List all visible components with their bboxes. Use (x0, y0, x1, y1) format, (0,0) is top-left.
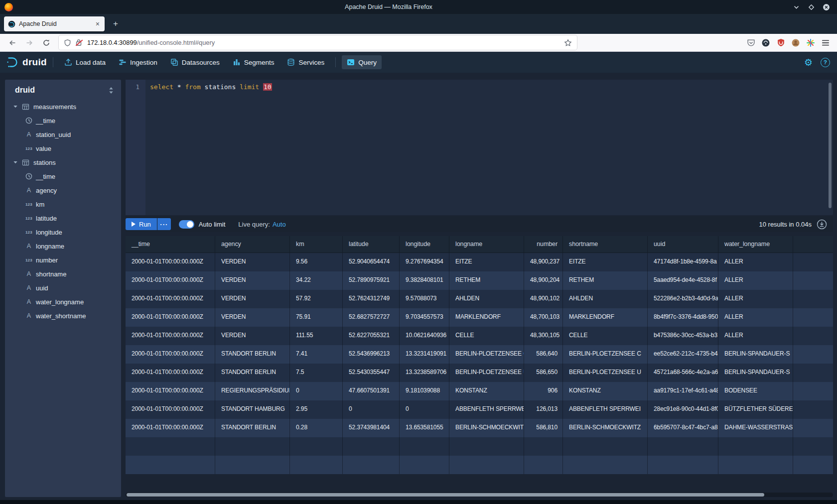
column-header-longname[interactable]: longname (449, 236, 524, 252)
table-cell[interactable]: 47174d8f-1b8e-4599-8a (648, 253, 718, 271)
table-cell[interactable]: 906 (524, 382, 563, 400)
container-extension-icon[interactable] (759, 36, 772, 49)
table-cell[interactable]: DAHME-WASSERSTRAS (718, 419, 793, 437)
nav-item-query[interactable]: Query (342, 55, 382, 69)
column-header-km[interactable]: km (290, 236, 343, 252)
live-query-auto-link[interactable]: Auto (273, 221, 286, 228)
nav-item-load-data[interactable]: Load data (59, 55, 111, 69)
table-cell[interactable]: 52.6227055321 (343, 327, 400, 345)
minimize-button[interactable] (792, 3, 800, 11)
table-cell[interactable]: 48,700,103 (524, 308, 563, 327)
schema-column-__time[interactable]: __time (5, 169, 121, 183)
settings-gear-icon[interactable]: ⚙ (804, 58, 813, 67)
table-cell[interactable]: 111.55 (290, 327, 343, 345)
table-cell[interactable]: 2000-01-01T00:00:00.000Z (126, 253, 215, 271)
table-cell[interactable]: 2000-01-01T00:00:00.000Z (126, 364, 215, 382)
table-cell[interactable]: 47.6607501391 (343, 382, 400, 400)
table-cell[interactable]: 10.0621640936 (400, 327, 449, 345)
column-header-uuid[interactable]: uuid (648, 236, 718, 252)
table-cell[interactable]: 2000-01-01T00:00:00.000Z (126, 400, 215, 419)
schema-column-water_longname[interactable]: Awater_longname (5, 295, 121, 309)
table-cell[interactable]: 2.95 (290, 400, 343, 419)
save-to-pocket-icon[interactable] (744, 36, 757, 49)
table-cell[interactable]: 2000-01-01T00:00:00.000Z (126, 382, 215, 400)
table-cell[interactable]: 9.181039088 (400, 382, 449, 400)
table-cell[interactable]: 9.3828408101 (400, 271, 449, 290)
table-cell[interactable]: ALLER (718, 327, 793, 345)
table-cell[interactable]: 2000-01-01T00:00:00.000Z (126, 327, 215, 345)
schema-column-shortname[interactable]: Ashortname (5, 267, 121, 281)
table-cell[interactable]: 48,900,204 (524, 271, 563, 290)
table-cell[interactable]: REGIERUNGSPRÄSIDIUM (215, 382, 290, 400)
column-header-longitude[interactable]: longitude (400, 236, 449, 252)
table-cell[interactable]: 52.6827572727 (343, 308, 400, 327)
table-cell[interactable]: 9.57088073 (400, 290, 449, 308)
druid-brand[interactable]: druid (6, 56, 47, 69)
table-cell[interactable]: VERDEN (215, 253, 290, 271)
table-cell[interactable]: 52.5430355447 (343, 364, 400, 382)
table-cell[interactable]: KONSTANZ (563, 382, 648, 400)
table-cell[interactable]: 57.92 (290, 290, 343, 308)
run-button[interactable]: Run (126, 218, 157, 230)
column-header-latitude[interactable]: latitude (343, 236, 400, 252)
table-cell[interactable]: CELLE (449, 327, 524, 345)
table-cell[interactable]: BERLIN-SCHMOECKWITZ (563, 419, 648, 437)
table-cell[interactable]: EITZE (449, 253, 524, 271)
table-cell[interactable]: 52.9040654474 (343, 253, 400, 271)
table-cell[interactable]: 586,640 (524, 345, 563, 364)
bookmark-star-icon[interactable] (564, 39, 572, 47)
table-cell[interactable]: 6b595707-8c47-4bc7-a8 (648, 419, 718, 437)
nav-item-datasources[interactable]: Datasources (165, 55, 225, 69)
maximize-button[interactable] (807, 3, 815, 11)
schema-column-longname[interactable]: Alongname (5, 239, 121, 253)
table-cell[interactable]: 48,900,237 (524, 253, 563, 271)
schema-column-water_shortname[interactable]: Awater_shortname (5, 309, 121, 323)
table-cell[interactable]: 75.91 (290, 308, 343, 327)
download-results-button[interactable] (817, 219, 827, 230)
connection-not-secure-lock-icon[interactable] (75, 39, 83, 47)
table-cell[interactable]: BERLIN-PLOETZENSEE U (563, 364, 648, 382)
table-cell[interactable]: BODENSEE (718, 382, 793, 400)
table-cell[interactable]: VERDEN (215, 327, 290, 345)
table-cell[interactable]: AHLDEN (449, 290, 524, 308)
table-cell[interactable]: CELLE (563, 327, 648, 345)
query-editor[interactable]: 1 select * from stations limit 10 (126, 80, 833, 215)
table-cell[interactable]: BÜTZFLETHER SÜDERE (718, 400, 793, 419)
url-bar[interactable]: 172.18.0.4:30899/unified-console.html#qu… (59, 35, 577, 50)
editor-vertical-scrollbar[interactable] (829, 83, 832, 208)
multicolor-extension-icon[interactable] (804, 36, 817, 49)
schema-table-measurements[interactable]: measurements (5, 100, 121, 114)
table-cell[interactable]: ALLER (718, 308, 793, 327)
run-more-button[interactable]: ··· (157, 218, 171, 230)
schema-table-stations[interactable]: stations (5, 155, 121, 169)
double-caret-vertical-icon[interactable] (108, 87, 114, 94)
table-cell[interactable]: VERDEN (215, 308, 290, 327)
table-cell[interactable]: b475386c-30cc-453a-b3 (648, 327, 718, 345)
column-header-shortname[interactable]: shortname (563, 236, 648, 252)
new-tab-button[interactable]: + (109, 17, 123, 31)
caret-down-icon[interactable] (13, 160, 18, 165)
table-cell[interactable]: 2000-01-01T00:00:00.000Z (126, 290, 215, 308)
table-cell[interactable]: 2000-01-01T00:00:00.000Z (126, 345, 215, 364)
table-cell[interactable]: 522286e2-b2b3-4d0d-9a (648, 290, 718, 308)
schema-column-agency[interactable]: Aagency (5, 183, 121, 197)
table-cell[interactable]: 52.5436996213 (343, 345, 400, 364)
table-cell[interactable]: 13.3231419091 (400, 345, 449, 364)
table-cell[interactable]: ABBENFLETH SPERRWEI (449, 400, 524, 419)
table-cell[interactable]: STANDORT HAMBURG (215, 400, 290, 419)
reload-button[interactable] (39, 36, 54, 50)
ublock-origin-icon[interactable] (774, 36, 787, 49)
table-cell[interactable]: ALLER (718, 271, 793, 290)
table-cell[interactable]: BERLIN-PLOETZENSEE C (563, 345, 648, 364)
table-cell[interactable]: 586,810 (524, 419, 563, 437)
table-cell[interactable]: 0 (343, 400, 400, 419)
table-cell[interactable]: 586,650 (524, 364, 563, 382)
table-cell[interactable]: 2000-01-01T00:00:00.000Z (126, 419, 215, 437)
results-horizontal-scrollbar[interactable] (126, 493, 833, 497)
forward-button[interactable] (22, 36, 37, 50)
table-cell[interactable]: MARKLENDORF (563, 308, 648, 327)
table-cell[interactable]: 34.22 (290, 271, 343, 290)
table-cell[interactable]: BERLIN-SCHMOECKWITZ (449, 419, 524, 437)
schema-column-__time[interactable]: __time (5, 114, 121, 127)
schema-column-km[interactable]: 123km (5, 197, 121, 211)
